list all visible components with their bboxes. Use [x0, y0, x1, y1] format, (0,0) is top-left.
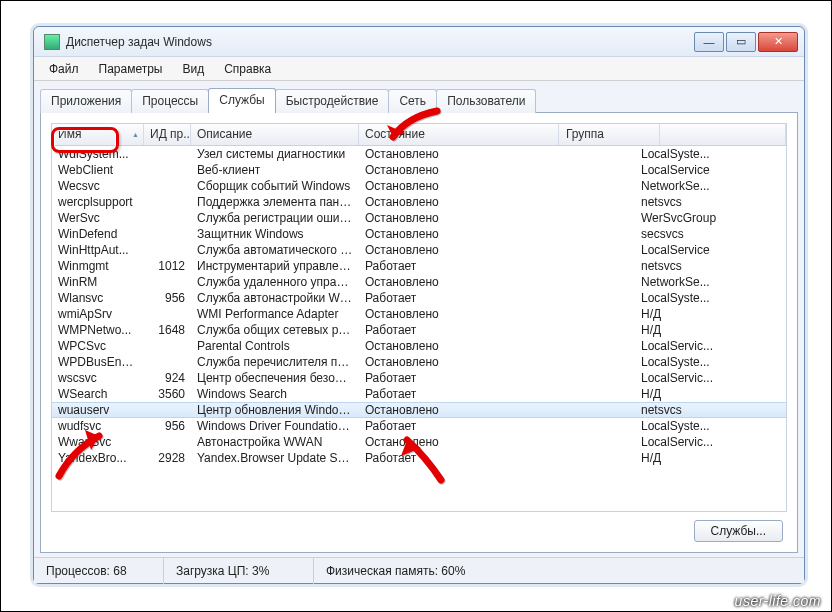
cell-group: NetworkSe...: [635, 275, 735, 289]
cell-group: secsvcs: [635, 227, 735, 241]
table-row[interactable]: WinRMСлужба удаленного управл...Остановл…: [52, 274, 786, 290]
cell-state: Работает: [359, 259, 559, 273]
table-row[interactable]: WinDefendЗащитник WindowsОстановленоsecs…: [52, 226, 786, 242]
status-processes: Процессов: 68: [34, 558, 164, 584]
cell-desc: Служба регистрации ошибо...: [191, 211, 359, 225]
table-row[interactable]: wuauservЦентр обновления WindowsОстановл…: [52, 402, 786, 418]
cell-state: Остановлено: [359, 179, 559, 193]
table-row[interactable]: wmiApSrvWMI Performance AdapterОстановле…: [52, 306, 786, 322]
menubar: Файл Параметры Вид Справка: [34, 57, 804, 81]
table-row[interactable]: WinHttpAut...Служба автоматического о...…: [52, 242, 786, 258]
cell-group: LocalSyste...: [635, 355, 735, 369]
table-row[interactable]: WMPNetwo...1648Служба общих сетевых рес.…: [52, 322, 786, 338]
table-row[interactable]: YandexBro...2928Yandex.Browser Update Se…: [52, 450, 786, 466]
table-row[interactable]: WdiSystem...Узел системы диагностикиОста…: [52, 146, 786, 162]
cell-name: Wecsvc: [52, 179, 144, 193]
col-state[interactable]: Состояние: [359, 124, 559, 145]
close-button[interactable]: ✕: [758, 32, 798, 52]
table-row[interactable]: wscsvc924Центр обеспечения безопа...Рабо…: [52, 370, 786, 386]
cell-desc: Защитник Windows: [191, 227, 359, 241]
col-group[interactable]: Группа: [560, 124, 660, 145]
cell-group: LocalServic...: [635, 435, 735, 449]
tab-processes[interactable]: Процессы: [131, 89, 209, 113]
cell-group: LocalSyste...: [635, 147, 735, 161]
cell-name: wercplsupport: [52, 195, 144, 209]
watermark: user-life.com: [735, 593, 821, 609]
table-row[interactable]: wercplsupportПоддержка элемента панел...…: [52, 194, 786, 210]
tab-applications[interactable]: Приложения: [40, 89, 132, 113]
cell-name: wmiApSrv: [52, 307, 144, 321]
column-headers: Имя▲ ИД пр... Описание Состояние Группа: [52, 124, 786, 146]
tab-performance[interactable]: Быстродействие: [275, 89, 390, 113]
minimize-button[interactable]: —: [694, 32, 724, 52]
cell-state: Работает: [359, 291, 559, 305]
cell-name: wuauserv: [52, 403, 144, 417]
cell-desc: Автонастройка WWAN: [191, 435, 359, 449]
cell-name: YandexBro...: [52, 451, 144, 465]
cell-desc: Yandex.Browser Update Serv...: [191, 451, 359, 465]
cell-name: WwanSvc: [52, 435, 144, 449]
cell-pid: 956: [144, 291, 191, 305]
cell-name: WinHttpAut...: [52, 243, 144, 257]
cell-state: Остановлено: [359, 147, 559, 161]
cell-desc: WMI Performance Adapter: [191, 307, 359, 321]
services-button[interactable]: Службы...: [694, 520, 783, 542]
col-pid[interactable]: ИД пр...: [144, 124, 191, 145]
window-title: Диспетчер задач Windows: [66, 35, 694, 49]
menu-params[interactable]: Параметры: [90, 59, 172, 79]
cell-name: wscsvc: [52, 371, 144, 385]
cell-name: WerSvc: [52, 211, 144, 225]
cell-group: LocalService: [635, 243, 735, 257]
cell-state: Остановлено: [359, 195, 559, 209]
cell-desc: Узел системы диагностики: [191, 147, 359, 161]
tab-services[interactable]: Службы: [208, 88, 275, 113]
table-row[interactable]: Winmgmt1012Инструментарий управлени...Ра…: [52, 258, 786, 274]
table-row[interactable]: WecsvcСборщик событий WindowsОстановлено…: [52, 178, 786, 194]
cell-name: WebClient: [52, 163, 144, 177]
titlebar[interactable]: Диспетчер задач Windows — ▭ ✕: [34, 27, 804, 57]
menu-view[interactable]: Вид: [173, 59, 213, 79]
cell-state: Остановлено: [359, 227, 559, 241]
cell-pid: 3560: [144, 387, 191, 401]
cell-pid: 956: [144, 419, 191, 433]
cell-group: netsvcs: [635, 403, 735, 417]
table-row[interactable]: WerSvcСлужба регистрации ошибо...Останов…: [52, 210, 786, 226]
statusbar: Процессов: 68 Загрузка ЦП: 3% Физическая…: [34, 557, 804, 583]
tab-users[interactable]: Пользователи: [436, 89, 536, 113]
task-manager-window: Диспетчер задач Windows — ▭ ✕ Файл Парам…: [33, 26, 805, 584]
cell-desc: Центр обновления Windows: [191, 403, 359, 417]
table-row[interactable]: WwanSvcАвтонастройка WWANОстановленоLoca…: [52, 434, 786, 450]
cell-name: Winmgmt: [52, 259, 144, 273]
cell-name: WPDBusEnum: [52, 355, 144, 369]
maximize-button[interactable]: ▭: [726, 32, 756, 52]
services-listview[interactable]: Имя▲ ИД пр... Описание Состояние Группа …: [51, 123, 787, 512]
cell-name: wudfsvc: [52, 419, 144, 433]
col-name[interactable]: Имя▲: [52, 124, 144, 145]
tab-network[interactable]: Сеть: [388, 89, 437, 113]
cell-desc: Инструментарий управлени...: [191, 259, 359, 273]
cell-desc: Центр обеспечения безопа...: [191, 371, 359, 385]
table-row[interactable]: WPDBusEnumСлужба перечислителя пер...Ост…: [52, 354, 786, 370]
cell-state: Остановлено: [359, 355, 559, 369]
cell-group: Н/Д: [635, 387, 735, 401]
cell-desc: Веб-клиент: [191, 163, 359, 177]
table-row[interactable]: WPCSvcParental ControlsОстановленоLocalS…: [52, 338, 786, 354]
cell-state: Остановлено: [359, 275, 559, 289]
tab-body: Имя▲ ИД пр... Описание Состояние Группа …: [40, 112, 798, 553]
menu-file[interactable]: Файл: [40, 59, 88, 79]
cell-desc: Служба автоматического о...: [191, 243, 359, 257]
cell-desc: Поддержка элемента панел...: [191, 195, 359, 209]
cell-name: WdiSystem...: [52, 147, 144, 161]
cell-name: WinRM: [52, 275, 144, 289]
table-row[interactable]: WebClientВеб-клиентОстановленоLocalServi…: [52, 162, 786, 178]
cell-desc: Parental Controls: [191, 339, 359, 353]
cell-group: netsvcs: [635, 259, 735, 273]
table-row[interactable]: Wlansvc956Служба автонастройки WLANРабот…: [52, 290, 786, 306]
menu-help[interactable]: Справка: [215, 59, 280, 79]
cell-state: Остановлено: [359, 243, 559, 257]
table-row[interactable]: WSearch3560Windows SearchРаботаетН/Д: [52, 386, 786, 402]
cell-name: WSearch: [52, 387, 144, 401]
table-row[interactable]: wudfsvc956Windows Driver Foundation - ..…: [52, 418, 786, 434]
cell-state: Остановлено: [359, 435, 559, 449]
col-desc[interactable]: Описание: [191, 124, 359, 145]
